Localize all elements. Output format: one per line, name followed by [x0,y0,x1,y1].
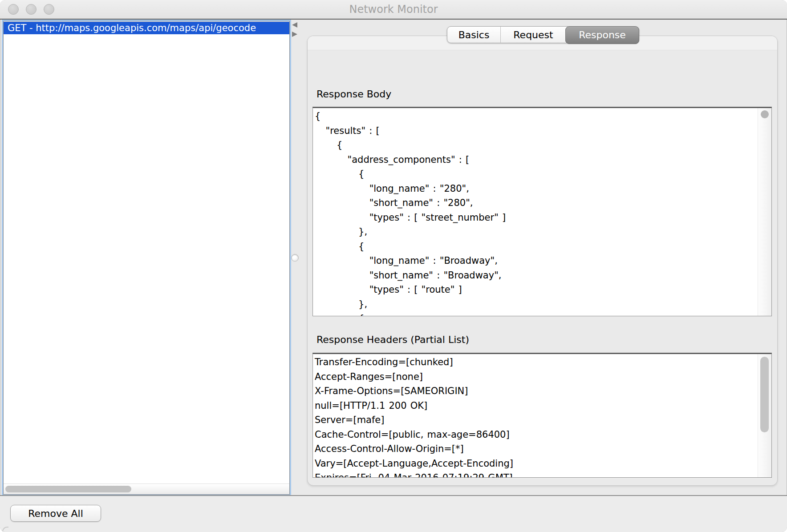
response-headers-label: Response Headers (Partial List) [316,334,469,345]
splitter-collapse-left-arrow-icon[interactable] [292,22,297,28]
network-monitor-window: Network Monitor GET - http://maps.google… [0,0,787,532]
response-body-label: Response Body [316,89,391,100]
titlebar-separator [0,19,787,20]
zoom-window-button[interactable] [44,4,54,15]
response-headers-text: Transfer-Encoding=[chunked] Accept-Range… [313,354,771,478]
footer-bar [0,496,787,532]
window-title: Network Monitor [349,3,438,16]
response-body-text: { "results" : [ { "address_components" :… [313,108,771,316]
body-scrollbar-thumb[interactable] [761,110,769,118]
horizontal-scrollbar[interactable] [4,484,289,494]
headers-scrollbar-thumb[interactable] [760,357,769,432]
request-list-item-selected[interactable]: GET - http://maps.googleapis.com/maps/ap… [4,22,289,34]
horizontal-scrollbar-thumb[interactable] [5,486,131,492]
window-controls [8,4,54,15]
splitter-drag-knob[interactable] [291,254,299,262]
remove-all-button[interactable]: Remove All [10,505,101,522]
headers-vertical-scrollbar[interactable] [758,354,771,477]
response-headers-area[interactable]: Transfer-Encoding=[chunked] Accept-Range… [312,353,772,478]
splitter-expand-right-arrow-icon[interactable] [292,32,297,37]
response-body-area[interactable]: { "results" : [ { "address_components" :… [312,107,772,316]
minimize-window-button[interactable] [26,4,37,15]
tab-response[interactable]: Response [565,26,639,44]
tab-request[interactable]: Request [501,27,566,44]
close-window-button[interactable] [8,4,19,15]
tab-basics[interactable]: Basics [447,27,501,44]
request-list-panel[interactable]: GET - http://maps.googleapis.com/maps/ap… [3,21,290,495]
body-vertical-scrollbar[interactable] [758,108,771,316]
detail-tabs: Basics Request Response [447,26,639,43]
titlebar: Network Monitor [0,0,787,19]
